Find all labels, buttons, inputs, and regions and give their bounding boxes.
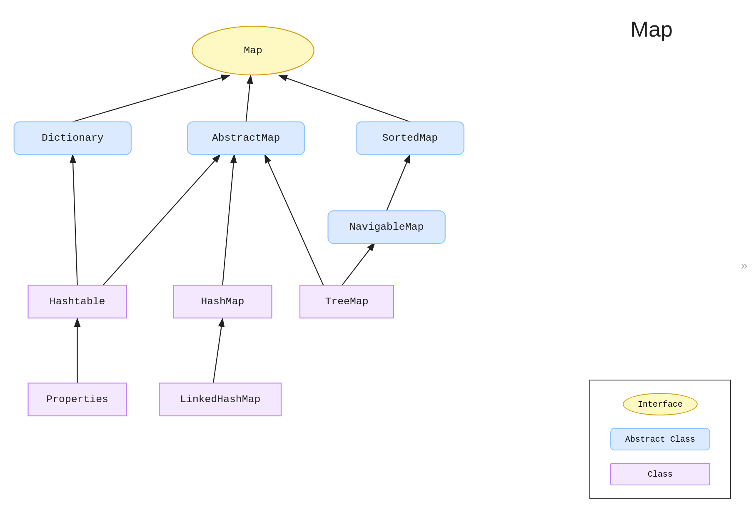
node-hashmap-label: HashMap <box>201 296 244 307</box>
node-map: Map <box>192 26 314 75</box>
legend-class-shape: Class <box>610 463 710 485</box>
legend-abstract-label: Abstract Class <box>625 435 695 444</box>
edge-linkedhashmap-hashmap <box>213 318 223 383</box>
edge-abstractmap-map <box>246 75 251 122</box>
legend-item-abstract: Abstract Class <box>603 428 718 450</box>
node-abstractmap-label: AbstractMap <box>212 132 280 144</box>
node-properties: Properties <box>28 383 127 416</box>
node-sortedmap: SortedMap <box>356 122 464 155</box>
node-map-label: Map <box>244 45 262 56</box>
node-linkedhashmap-label: LinkedHashMap <box>180 393 260 405</box>
node-properties-label: Properties <box>46 393 108 405</box>
node-hashmap: HashMap <box>173 285 272 318</box>
legend-abstract-shape: Abstract Class <box>610 428 710 450</box>
scroll-right-arrow[interactable]: » <box>741 260 748 273</box>
node-navigablemap-label: NavigableMap <box>349 221 424 233</box>
edge-navigablemap-sortedmap <box>387 154 410 211</box>
node-hashtable-label: Hashtable <box>50 296 105 307</box>
node-sortedmap-label: SortedMap <box>382 132 438 144</box>
edge-dictionary-map <box>72 75 230 122</box>
edge-treemap-navigablemap <box>342 243 375 285</box>
legend-item-interface: Interface <box>603 393 718 415</box>
node-treemap-label: TreeMap <box>325 296 369 307</box>
page-title: Map <box>631 17 673 42</box>
node-treemap: TreeMap <box>300 285 394 318</box>
legend-box: Interface Abstract Class Class <box>589 380 731 499</box>
edge-hashmap-abstractmap <box>222 154 234 285</box>
edge-sortedmap-map <box>279 75 410 122</box>
legend-item-class: Class <box>603 463 718 485</box>
node-hashtable: Hashtable <box>28 285 127 318</box>
diagram-svg: Map Dictionary AbstractMap SortedMap Nav… <box>0 0 562 532</box>
edge-hashtable-dictionary <box>72 154 77 285</box>
node-linkedhashmap: LinkedHashMap <box>160 383 282 416</box>
legend-class-label: Class <box>648 470 673 479</box>
node-abstractmap: AbstractMap <box>187 122 304 155</box>
edge-treemap-abstractmap <box>265 154 324 285</box>
node-navigablemap: NavigableMap <box>328 211 445 244</box>
node-dictionary: Dictionary <box>14 122 131 155</box>
legend-interface-shape: Interface <box>623 393 698 415</box>
edge-hashtable-abstractmap <box>103 154 220 285</box>
node-dictionary-label: Dictionary <box>42 132 104 144</box>
legend-interface-label: Interface <box>638 400 683 409</box>
